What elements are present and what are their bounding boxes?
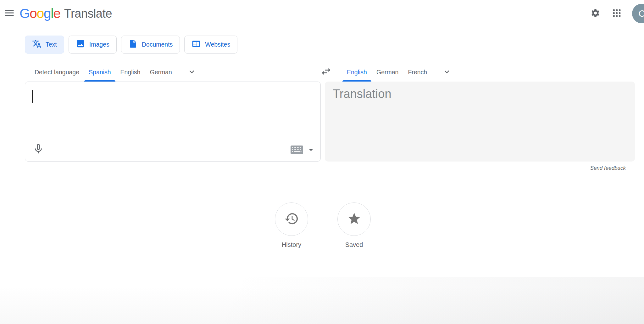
image-icon [76,39,85,50]
tab-label: Websites [205,41,230,48]
mode-tabs: Text Images Documents Websites [25,36,237,54]
source-lang-english[interactable]: English [118,63,143,82]
tab-label: Documents [142,41,173,48]
text-cursor [32,90,33,103]
product-name: Translate [64,8,112,20]
send-feedback-link[interactable]: Send feedback [325,165,626,171]
source-lang-spanish[interactable]: Spanish [86,63,113,82]
bottom-gradient [0,277,644,324]
saved-label: Saved [337,241,371,248]
target-lang-french[interactable]: French [406,63,429,82]
source-language-tabs: Detect language Spanish English German [30,63,199,82]
google-translate-logo[interactable]: Google Translate [19,7,112,20]
tab-label: Images [89,41,109,48]
logo-letter: g [44,6,51,21]
caret-down-icon [306,145,316,156]
app-header: Google Translate C [0,0,644,27]
logo-letter: e [53,6,60,21]
history-icon [284,211,299,227]
source-more-languages-button[interactable] [184,65,199,80]
logo-letter: o [36,6,43,21]
target-language-tabs: English German French [342,63,454,82]
target-lang-english[interactable]: English [345,63,369,82]
keyboard-icon [291,145,303,155]
translation-placeholder: Translation [333,87,391,102]
saved-button[interactable]: Saved [337,202,371,248]
logo-letter: o [30,6,36,21]
tab-documents[interactable]: Documents [121,36,180,54]
source-lang-detect[interactable]: Detect language [32,63,81,82]
language-selector-row: Detect language Spanish English German E… [0,54,644,82]
apps-grid-icon [612,8,622,19]
logo-letter: G [19,6,30,21]
input-method-controls [290,145,316,156]
microphone-icon [32,143,44,156]
history-button[interactable]: History [275,202,308,248]
google-wordmark: Google [19,7,60,20]
tab-label: Text [46,41,57,48]
history-label: History [275,241,308,248]
avatar-letter: C [638,8,644,19]
document-icon [128,39,138,50]
tab-text[interactable]: Text [25,36,64,54]
gear-icon [591,8,600,19]
swap-arrows-icon [320,66,332,78]
hamburger-icon [4,7,15,20]
settings-button[interactable] [588,6,603,21]
source-text-input[interactable] [25,82,320,139]
google-apps-button[interactable] [609,6,624,21]
chevron-down-icon [442,67,452,77]
account-avatar[interactable]: C [632,4,644,23]
saved-circle [337,202,371,236]
source-lang-german[interactable]: German [147,63,174,82]
translate-icon [32,39,42,50]
tab-websites[interactable]: Websites [184,36,237,54]
keyboard-input-button[interactable] [290,145,304,156]
target-lang-german[interactable]: German [374,63,401,82]
website-icon [192,39,201,50]
translation-output-panel: Translation [325,82,635,162]
source-text-panel [25,82,321,162]
star-icon [347,212,361,227]
swap-languages-button[interactable] [319,64,334,79]
header-actions: C [588,4,644,23]
target-more-languages-button[interactable] [439,65,454,80]
input-method-dropdown[interactable] [306,145,316,156]
main-menu-button[interactable] [2,6,17,21]
voice-input-button[interactable] [30,141,47,157]
chevron-down-icon [187,67,197,77]
history-circle [275,202,308,236]
tab-images[interactable]: Images [69,36,117,54]
